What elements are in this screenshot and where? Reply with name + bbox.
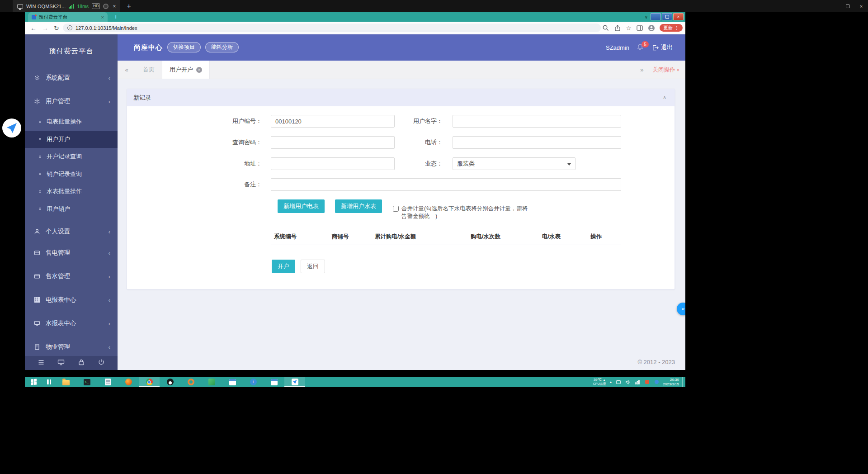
client-minimize-button[interactable]: — [827, 0, 841, 12]
sidebar-subitem-meter-batch[interactable]: 电表批量操作 [25, 113, 118, 131]
reload-button[interactable]: ↻ [54, 24, 59, 32]
browser-menu-icon[interactable]: ⋮ [675, 25, 679, 30]
taskbar-terminal[interactable]: >_ [76, 377, 97, 387]
start-button[interactable] [25, 377, 42, 387]
user-name-input[interactable] [453, 115, 621, 128]
toolbar-icons: ☆ 更新 ⋮ [602, 23, 683, 33]
screen-record-icon[interactable] [103, 4, 108, 9]
window-tile-icon [229, 379, 236, 385]
close-operations-dropdown[interactable]: 关闭操作 ▾ [652, 66, 679, 74]
session-tab-close-icon[interactable]: × [113, 3, 116, 9]
taskbar-firefox[interactable] [118, 377, 139, 387]
monitor-icon[interactable] [57, 359, 65, 368]
back-button[interactable]: 返回 [301, 260, 325, 273]
add-user-water-meter-button[interactable]: 新增用户水表 [335, 199, 382, 213]
cpu-temp-widget[interactable]: 39℃▲ CPU温度 [593, 378, 606, 386]
notification-bell-icon[interactable]: 5 [637, 43, 645, 52]
sidebar-item-property-management[interactable]: 物业管理 ‹ [25, 335, 118, 359]
sidebar-subitem-close-record-query[interactable]: 销户记录查询 [25, 166, 118, 183]
tab-home[interactable]: 首页 [136, 61, 162, 79]
taskbar-messenger[interactable] [160, 377, 180, 387]
switch-project-button[interactable]: 切换项目 [167, 42, 201, 52]
header-right: SZadmin 5 退出 [606, 34, 673, 61]
add-user-electric-meter-button[interactable]: 新增用户电表 [278, 199, 325, 213]
open-account-submit-button[interactable]: 开户 [272, 260, 295, 273]
taskbar-notepad[interactable] [97, 377, 118, 387]
vm-maximize-button[interactable] [662, 13, 672, 20]
tray-window-icon[interactable] [615, 379, 622, 385]
taskbar-remote-tool[interactable] [284, 377, 305, 387]
scroll-tabs-right-icon[interactable]: » [640, 66, 643, 73]
username-text[interactable]: SZadmin [606, 44, 629, 51]
chrome-update-button[interactable]: 更新 ⋮ [660, 24, 683, 32]
logout-button[interactable]: 退出 [652, 43, 673, 52]
browser-tab[interactable]: 预付费云平台 × [28, 12, 108, 22]
site-info-icon[interactable]: i [67, 25, 72, 30]
sidebar-item-personal-settings[interactable]: 个人设置 ‹ [25, 218, 118, 241]
taskbar-window-app[interactable] [222, 377, 243, 387]
vm-close-button[interactable]: × [673, 13, 684, 20]
sidebar-subitem-open-record-query[interactable]: 开户记录查询 [25, 148, 118, 166]
taskbar-window-app-2[interactable] [264, 377, 284, 387]
business-type-select[interactable]: 服装类 [453, 157, 576, 170]
energy-analysis-button[interactable]: 能耗分析 [205, 42, 239, 52]
sidebar-item-electric-reports[interactable]: 电报表中心 ‹ [25, 288, 118, 312]
scroll-tabs-left-icon[interactable]: « [118, 61, 136, 79]
show-desktop-button[interactable] [682, 377, 684, 387]
new-tab-button[interactable]: + [114, 13, 118, 21]
sidebar-item-user-management[interactable]: 用户管理 ‹ [25, 90, 118, 113]
power-icon[interactable] [98, 359, 105, 368]
task-view-button[interactable] [42, 377, 56, 387]
merge-metering-checkbox[interactable] [393, 206, 399, 212]
tray-security-icon[interactable] [644, 379, 650, 385]
new-session-button[interactable]: + [127, 2, 131, 10]
remote-tool-floating-icon[interactable] [2, 118, 21, 137]
taskbar-chrome[interactable] [139, 377, 160, 387]
back-button[interactable]: ← [30, 24, 37, 32]
taskbar-file-explorer[interactable] [56, 377, 76, 387]
tray-speaker-icon[interactable] [625, 379, 631, 385]
tab-label: 用户开户 [170, 66, 193, 74]
collapse-panel-icon[interactable]: ∧ [663, 95, 666, 100]
tray-cloud-icon[interactable] [653, 379, 660, 385]
taskbar-settings-app[interactable]: + [243, 377, 264, 387]
sidebar-item-system-config[interactable]: 系统配置 ‹ [25, 66, 118, 90]
taskbar-green-app[interactable] [201, 377, 222, 387]
phone-input[interactable] [453, 136, 621, 149]
client-maximize-button[interactable] [841, 0, 854, 12]
tray-expand-icon[interactable]: ▲ [609, 380, 612, 384]
taskbar-ring-app[interactable] [180, 377, 201, 387]
hd-quality-badge[interactable]: HD [92, 3, 100, 9]
tab-close-icon[interactable]: × [101, 14, 104, 20]
bookmark-star-icon[interactable]: ☆ [626, 24, 632, 32]
taskbar-clock[interactable]: 20:30 2023/3/15 [663, 378, 679, 386]
avatar-icon[interactable] [648, 24, 655, 32]
address-bar[interactable]: i 127.0.0.1:10315/Main/Index [63, 24, 601, 32]
client-close-button[interactable]: × [854, 0, 868, 12]
sidebar-item-water-reports[interactable]: 水报表中心 ‹ [25, 312, 118, 335]
chevron-down-icon[interactable]: ∨ [645, 14, 648, 19]
forward-button[interactable]: → [42, 24, 48, 32]
sidebar-item-electric-sales[interactable]: 售电管理 ‹ [25, 241, 118, 265]
notification-badge[interactable]: 5 [642, 41, 649, 47]
session-tab[interactable]: WIN-OQMSK21... 18ms HD × [13, 0, 120, 12]
sidebar-subitem-open-account[interactable]: 用户开户 [25, 131, 118, 148]
tab-close-icon[interactable]: × [196, 67, 202, 73]
sidebar-expand-handle[interactable]: « [677, 303, 685, 315]
url-text: 127.0.0.1:10315/Main/Index [75, 25, 137, 31]
tray-network-icon[interactable] [634, 379, 641, 385]
table-header-cell: 商铺号 [329, 233, 372, 241]
chevron-left-icon: ‹ [108, 98, 110, 105]
sidebar-subitem-water-batch[interactable]: 水表批量操作 [25, 183, 118, 200]
side-panel-icon[interactable] [636, 24, 643, 32]
gear-circle-icon: + [250, 379, 257, 385]
hamburger-menu-icon[interactable] [38, 359, 45, 368]
share-icon[interactable] [614, 24, 621, 32]
sidebar-item-water-sales[interactable]: 售水管理 ‹ [25, 265, 118, 288]
zoom-icon[interactable] [602, 24, 609, 32]
vm-minimize-button[interactable]: — [651, 13, 661, 20]
lock-icon[interactable] [78, 359, 85, 368]
sidebar-subitem-close-account[interactable]: 用户销户 [25, 200, 118, 218]
tab-open-account[interactable]: 用户开户 × [162, 61, 210, 79]
remark-input[interactable] [271, 178, 621, 191]
